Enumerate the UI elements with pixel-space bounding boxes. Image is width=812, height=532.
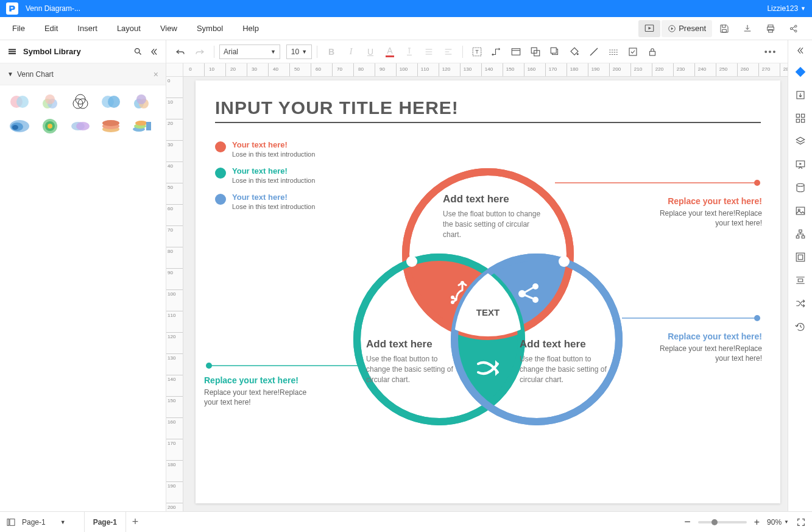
slideshow-icon[interactable] [638,20,660,37]
search-icon[interactable] [133,47,143,56]
svg-rect-93 [7,519,9,525]
svg-point-11 [135,49,140,54]
close-category-icon[interactable]: × [154,69,158,79]
svg-rect-10 [9,53,16,54]
download-icon[interactable] [736,20,758,37]
callout-top-right[interactable]: Replace your text here! Replace your tex… [658,196,762,228]
venn-shape-stacked-colorful[interactable] [129,117,154,135]
menu-edit[interactable]: Edit [35,24,68,33]
font-size-selector[interactable]: 10▼ [286,44,312,59]
collapse-left-icon[interactable] [150,48,158,56]
menubar: File Edit Insert Layout View Symbol Help… [0,17,812,40]
font-color-button[interactable]: A [381,43,399,61]
venn-shape-2circles-pastel[interactable] [7,93,32,111]
align-icon[interactable] [789,269,811,291]
group-button[interactable] [526,43,545,61]
venn-chart-category[interactable]: ▼ Venn Chart × [0,63,166,85]
right-tools-panel [788,40,812,511]
svg-point-42 [492,54,494,55]
zoom-in-button[interactable]: + [754,517,760,528]
venn-shape-stacked-discs[interactable] [99,117,123,135]
bold-button[interactable]: B [322,43,341,61]
svg-rect-81 [801,114,804,117]
zoom-value[interactable]: 90%▼ [767,518,789,527]
svg-text:T: T [475,49,479,55]
orgchart-icon[interactable] [789,223,811,245]
underline-button[interactable]: U [361,43,380,61]
add-page-button[interactable]: + [126,516,144,528]
menu-symbol[interactable]: Symbol [187,24,233,33]
venn-shape-3circles-outline[interactable] [68,93,93,111]
svg-point-38 [135,121,147,126]
connector-button[interactable] [487,43,506,61]
venn-shape-concentric-green[interactable] [38,117,62,135]
menu-layout[interactable]: Layout [107,24,150,33]
zoom-out-button[interactable]: − [684,516,691,528]
image-icon[interactable] [789,200,811,222]
shape-properties-icon[interactable] [789,61,811,83]
italic-button[interactable]: I [342,43,360,61]
venn-shape-ellipse-overlap[interactable] [68,117,93,135]
font-selector[interactable]: Arial▼ [219,44,280,59]
page-dropdown[interactable]: Page-1▼ [22,518,66,527]
zoom-slider[interactable] [698,521,747,523]
align-horizontal-button[interactable] [420,43,438,61]
fill-color-button[interactable] [565,43,584,61]
svg-point-76 [754,315,760,321]
menu-view[interactable]: View [150,24,187,33]
callout-right[interactable]: Replace your text here! Replace your tex… [658,332,762,363]
menu-file[interactable]: File [2,24,35,33]
save-icon[interactable] [713,20,735,37]
formatting-toolbar: Arial▼ 10▼ B I U A T ••• [166,40,788,63]
chevron-down-icon: ▼ [800,5,806,12]
line-style-button[interactable] [604,43,623,61]
text-box-button[interactable]: T [468,43,486,61]
fullscreen-icon[interactable] [796,517,806,527]
more-button[interactable]: ••• [764,43,783,61]
svg-rect-91 [796,253,805,261]
layers-icon[interactable] [789,130,811,152]
venn-shape-3circles-flat[interactable] [129,93,154,111]
svg-rect-50 [650,51,655,55]
svg-rect-9 [9,51,16,52]
export-panel-icon[interactable] [789,84,811,106]
shuffle-icon[interactable] [789,293,811,314]
text-vertical-button[interactable] [400,43,418,61]
canvas[interactable]: INPUT YOUR TITLE HERE! Your text here!Lo… [183,77,788,511]
frames-icon[interactable] [789,246,811,268]
svg-rect-2 [768,25,773,27]
menu-help[interactable]: Help [233,24,269,33]
line-color-button[interactable] [585,43,603,61]
undo-button[interactable] [171,43,189,61]
svg-point-7 [795,30,797,32]
svg-rect-82 [796,119,799,122]
lock-button[interactable] [643,43,662,61]
svg-rect-90 [802,236,805,238]
venn-shape-2circles-blue[interactable] [99,93,123,111]
data-icon[interactable] [789,177,811,199]
print-icon[interactable] [760,20,782,37]
arrange-button[interactable] [546,43,564,61]
page-tab[interactable]: Page-1 [84,512,126,533]
svg-rect-86 [796,207,805,215]
align-vertical-button[interactable] [439,43,457,61]
svg-rect-39 [146,122,151,130]
container-button[interactable] [507,43,525,61]
history-icon[interactable] [789,316,811,338]
page[interactable]: INPUT YOUR TITLE HERE! Your text here!Lo… [196,80,780,503]
share-icon[interactable] [783,20,805,37]
present-button[interactable]: Present [662,20,712,37]
presentation-icon[interactable] [789,154,811,176]
venn-shape-concentric-blue[interactable] [7,117,32,135]
redo-button[interactable] [191,43,209,61]
venn-shape-3circles-pastel[interactable] [38,93,62,111]
svg-point-6 [795,25,797,27]
callout-left[interactable]: Replace your text here! Replace your tex… [204,375,308,407]
menu-insert[interactable]: Insert [68,24,107,33]
ruler-corner [166,63,183,77]
user-menu[interactable]: Lizzie123 ▼ [767,4,806,13]
outline-icon[interactable] [6,517,16,527]
edit-button[interactable] [624,43,642,61]
grid-icon[interactable] [789,107,811,129]
collapse-right-icon[interactable] [793,44,808,57]
